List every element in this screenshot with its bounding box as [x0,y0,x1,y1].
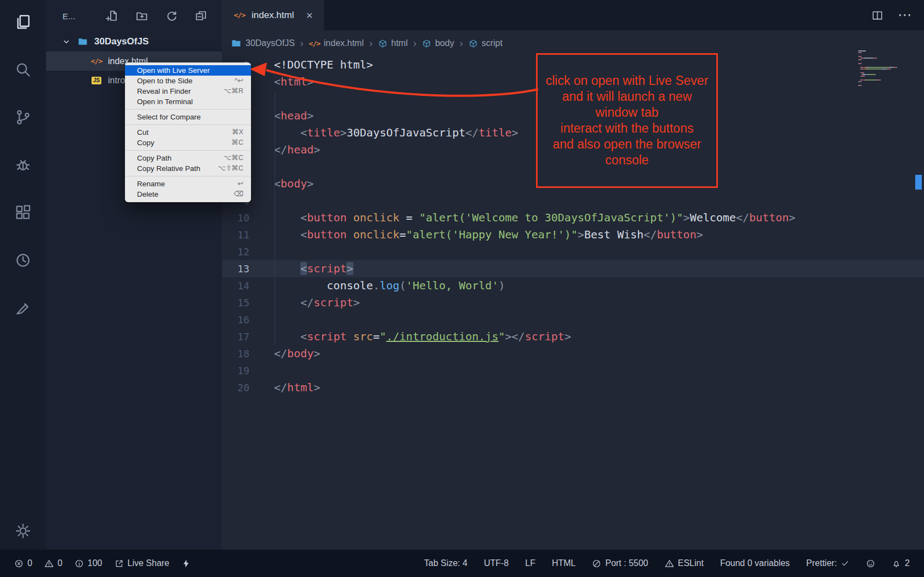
status-eslint[interactable]: ESLint [665,558,704,568]
menu-item-label: Rename [137,179,165,188]
status-prettier[interactable]: Prettier: [806,558,849,568]
menu-item-cut[interactable]: Cut⌘X [125,127,251,138]
activity-timeline[interactable] [13,250,33,270]
status-errors[interactable]: 0 [14,558,32,568]
editor-actions: ⋯ [871,0,924,30]
menu-item-shortcut: ^↩ [235,76,243,85]
breadcrumb-item-html[interactable]: html [378,38,408,48]
menu-separator [126,150,250,151]
line-number: 14 [222,277,249,294]
status-port[interactable]: Port : 5500 [592,558,648,568]
new-file-button[interactable] [106,9,119,22]
activity-settings[interactable] [13,521,33,541]
breadcrumb-item-index-html[interactable]: </>index.html [309,38,364,49]
new-folder-icon [135,9,149,22]
menu-item-label: Open in Terminal [137,97,193,106]
breadcrumb-label: 30DaysOfJS [246,38,295,48]
code-line-18[interactable]: 18</body> [222,345,924,362]
status-encoding[interactable]: UTF-8 [484,558,509,568]
menu-item-copy-relative-path[interactable]: Copy Relative Path⌥⇧⌘C [125,163,251,174]
split-editor-button[interactable] [871,9,883,21]
code-text: console.log('Hello, World') [249,277,505,294]
code-line-16[interactable]: 16 [222,311,924,328]
source-control-icon [14,108,32,126]
status-eol[interactable]: LF [525,558,535,568]
code-line-17[interactable]: 17 <script src="./introduction.js"></scr… [222,328,924,345]
status-label: 0 [27,558,32,568]
menu-item-rename[interactable]: Rename↩ [125,179,251,189]
status-info-count[interactable]: 100 [75,558,102,568]
line-number: 12 [222,243,249,260]
gear-icon [14,522,32,540]
status-feedback-smiley[interactable] [866,559,875,568]
menu-item-open-with-live-server[interactable]: Open with Live Server [125,65,251,76]
chevron-down-icon [61,37,71,47]
status-warnings[interactable]: 0 [44,558,62,568]
minimap[interactable] [858,50,911,87]
tab-index-html[interactable]: </>index.html× [222,0,324,30]
breadcrumb-item-body[interactable]: body [422,38,454,48]
close-icon[interactable]: × [306,9,312,22]
code-text: <html> [249,73,313,90]
pen-icon [14,299,32,317]
html-file-icon: </> [233,9,246,22]
activity-search[interactable] [13,60,33,79]
folder-label: 30DaysOfJS [94,36,149,47]
code-line-12[interactable]: 12 [222,243,924,260]
refresh-icon [165,9,178,22]
code-text: <title>30DaysOfJavaScript</title> [249,124,518,141]
live-share-icon [115,559,124,568]
menu-item-open-to-the-side[interactable]: Open to the Side^↩ [125,76,251,86]
code-line-9[interactable]: 9 [222,192,924,209]
more-actions-button[interactable]: ⋯ [899,9,911,21]
breadcrumb-separator: › [413,38,417,49]
code-line-15[interactable]: 15 </script> [222,294,924,311]
breadcrumb-label: index.html [324,38,364,48]
code-line-20[interactable]: 20</html> [222,379,924,396]
annotation-box: click on open with Live Sever and it wil… [536,53,718,188]
menu-item-reveal-in-finder[interactable]: Reveal in Finder⌥⌘R [125,86,251,96]
breadcrumb-separator: › [369,38,373,49]
debug-icon [14,156,32,174]
code-line-10[interactable]: 10 <button onclick = "alert('Welcome to … [222,209,924,226]
tab-bar: </>index.html× ⋯ [222,0,924,30]
breadcrumb-item-script[interactable]: script [469,38,503,48]
activity-run-debug[interactable] [13,155,33,175]
line-number: 11 [222,226,249,243]
explorer-title: E... [62,12,76,21]
folder-row-30daysofjs[interactable]: 30DaysOfJS [46,32,222,52]
code-text: <head> [249,107,313,124]
code-line-13[interactable]: 13 <script> [222,260,924,277]
status-notifications[interactable]: 2 [892,558,910,568]
status-language-mode[interactable]: HTML [552,558,576,568]
collapse-all-button[interactable] [195,9,208,22]
menu-item-delete[interactable]: Delete⌫ [125,189,251,199]
breadcrumb-item-30daysofjs[interactable]: 30DaysOfJS [231,38,295,49]
folder-icon [77,36,88,47]
code-text: </body> [249,345,320,362]
status-right: Tab Size: 4UTF-8LFHTMLPort : 5500ESLintF… [424,558,910,568]
activity-source-control[interactable] [13,107,33,127]
menu-separator [126,124,250,125]
code-line-11[interactable]: 11 <button onclick="alert('Happy New Yea… [222,226,924,243]
line-number: 18 [222,345,249,362]
breadcrumb-label: script [482,38,503,48]
activity-extensions[interactable] [13,203,33,222]
menu-item-copy[interactable]: Copy⌘C [125,138,251,148]
menu-item-open-in-terminal[interactable]: Open in Terminal [125,96,251,107]
code-line-14[interactable]: 14 console.log('Hello, World') [222,277,924,294]
vscode-window: E... 30DaysOfJS </>index.htmlJSintroduct… [0,0,924,577]
smiley-icon [866,559,875,568]
new-folder-button[interactable] [135,9,149,22]
status-tab-size[interactable]: Tab Size: 4 [424,558,467,568]
status-lightning[interactable] [181,559,191,568]
menu-item-copy-path[interactable]: Copy Path⌥⌘C [125,153,251,163]
activity-explorer[interactable] [13,12,33,32]
menu-item-select-for-compare[interactable]: Select for Compare [125,112,251,122]
code-line-19[interactable]: 19 [222,362,924,379]
refresh-button[interactable] [165,9,178,22]
code-text: </html> [249,379,320,396]
status-live-share[interactable]: Live Share [115,558,170,568]
status-variables[interactable]: Found 0 variables [720,558,790,568]
activity-feedback[interactable] [13,298,33,318]
